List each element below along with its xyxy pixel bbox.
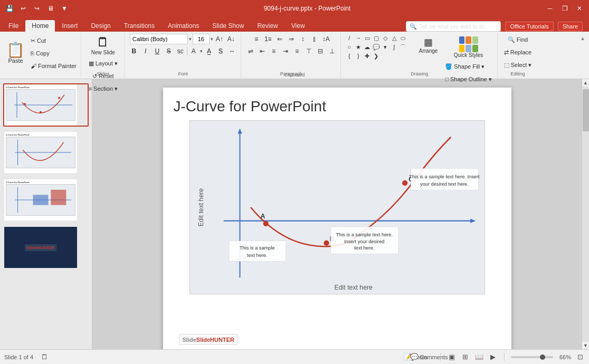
decrease-indent-button[interactable]: ⇐ — [274, 34, 285, 44]
chart-area[interactable]: Edit text here Edit text here A — [189, 120, 485, 294]
layout-button[interactable]: ▦ Layout ▾ — [87, 58, 120, 69]
arrange-button[interactable]: ▦ Arrange — [416, 35, 441, 55]
slide-thumb-3[interactable]: 3 J-Curve for PowerPoint — [3, 178, 89, 222]
align-bottom-button[interactable]: ⊥ — [327, 46, 337, 56]
shape-triangle[interactable]: △ — [390, 34, 398, 42]
decrease-font-icon[interactable]: A↓ — [226, 34, 236, 44]
shape-star[interactable]: ★ — [354, 43, 363, 51]
font-color-button[interactable]: A — [188, 46, 199, 56]
right-scrollbar[interactable]: ▲ ▼ — [582, 79, 589, 349]
justify-button[interactable]: ≡ — [292, 46, 302, 56]
shape-curve[interactable]: ∫ — [390, 43, 398, 51]
scroll-thumb[interactable] — [583, 89, 589, 131]
shape-cylinder[interactable]: ⬭ — [399, 34, 407, 42]
toolbar-icon[interactable]: 🖥 — [45, 3, 56, 14]
fit-slide-button[interactable]: ⊡ — [575, 352, 585, 362]
slide-title[interactable]: J-Curve for PowerPoint — [174, 98, 501, 115]
new-slide-button[interactable]: 🗒 New Slide — [88, 34, 118, 56]
font-size-input[interactable] — [193, 34, 210, 44]
align-top-button[interactable]: ⊤ — [303, 46, 314, 56]
align-left-button[interactable]: ⇤ — [257, 46, 268, 56]
tab-insert[interactable]: Insert — [55, 20, 84, 32]
dropdown-arrow-icon[interactable]: ▼ — [59, 3, 70, 14]
shape-cloud[interactable]: ☁ — [363, 43, 372, 51]
tab-slideshow[interactable]: Slide Show — [206, 20, 250, 32]
slide-notes-icon[interactable]: 🗒 — [40, 352, 49, 362]
reading-view-button[interactable]: 📖 — [474, 352, 484, 362]
comments-button[interactable]: 💬 Comments — [424, 352, 434, 362]
bullet-list-button[interactable]: ≡ — [251, 34, 262, 44]
small-caps-button[interactable]: sc — [175, 46, 186, 56]
font-size-arrow-icon[interactable]: ▾ — [211, 36, 213, 42]
shape-fill-button[interactable]: 🪣 Shape Fill ▾ — [443, 61, 493, 72]
zoom-slider[interactable] — [511, 356, 553, 358]
normal-view-button[interactable]: ▣ — [447, 352, 457, 362]
italic-button[interactable]: I — [140, 46, 151, 56]
minimize-button[interactable]: ─ — [545, 3, 555, 14]
shape-brace[interactable]: } — [354, 52, 363, 60]
tab-design[interactable]: Design — [84, 20, 117, 32]
increase-font-icon[interactable]: A↑ — [214, 34, 225, 44]
shape-callout[interactable]: 💬 — [372, 43, 381, 51]
slide-thumb-1[interactable]: 1 J-Curve for PowerPoint — [3, 83, 89, 127]
paste-button[interactable]: 📋 Paste — [4, 42, 27, 65]
shape-more[interactable]: ▾ — [381, 43, 390, 51]
cut-button[interactable]: ✂ Cut — [28, 35, 79, 46]
shape-arc[interactable]: ⌒ — [399, 43, 407, 51]
font-name-arrow-icon[interactable]: ▾ — [189, 36, 192, 42]
ribbon-expand-button[interactable]: ▲ — [578, 34, 587, 42]
slide-thumb-4[interactable]: 4 SlideHUNTER — [3, 226, 89, 269]
text-direction-button[interactable]: ↕A — [321, 34, 331, 44]
select-button[interactable]: ⬚ Select ▾ — [502, 59, 534, 71]
slideshow-button[interactable]: ▶ — [488, 352, 498, 362]
shape-chevron[interactable]: ❯ — [372, 52, 381, 60]
char-spacing-button[interactable]: ↔ — [227, 46, 238, 56]
tab-home[interactable]: Home — [25, 20, 55, 32]
redo-icon[interactable]: ↪ — [32, 3, 42, 14]
shape-circle[interactable]: ○ — [345, 43, 354, 51]
text-highlight-button[interactable]: A̲ — [204, 46, 214, 56]
scroll-track[interactable] — [582, 87, 590, 342]
shape-line[interactable]: / — [345, 34, 354, 42]
numbered-list-button[interactable]: 1≡ — [263, 34, 273, 44]
columns-button[interactable]: ⫿ — [309, 34, 320, 44]
font-color-arrow-icon[interactable]: ▾ — [200, 49, 203, 54]
section-button[interactable]: ≡ Section ▾ — [87, 83, 120, 94]
align-center-button[interactable]: ≡ — [269, 46, 279, 56]
shape-rounded[interactable]: ▢ — [372, 34, 381, 42]
format-painter-button[interactable]: 🖌 Format Painter — [28, 60, 79, 72]
bold-button[interactable]: B — [129, 46, 139, 56]
office-tutorials-button[interactable]: Office Tutorials — [505, 22, 553, 31]
find-button[interactable]: 🔍 Find — [506, 34, 530, 45]
search-box[interactable]: 🔍 Tell me what you want to do... — [406, 21, 501, 32]
strikethrough-button[interactable]: S — [164, 46, 174, 56]
align-right-button[interactable]: ⇥ — [280, 46, 291, 56]
undo-icon[interactable]: ↩ — [18, 3, 28, 14]
shape-rect[interactable]: ▭ — [363, 34, 372, 42]
font-name-input[interactable] — [130, 34, 188, 44]
close-button[interactable]: ✕ — [574, 3, 585, 14]
tab-review[interactable]: Review — [251, 20, 284, 32]
slide-sorter-button[interactable]: ⊞ — [461, 352, 470, 362]
tab-view[interactable]: View — [285, 20, 311, 32]
line-spacing-button[interactable]: ↕ — [298, 34, 308, 44]
slide-thumb-2[interactable]: 2 J-Curve for PowerPoint — [3, 131, 89, 174]
copy-button[interactable]: ⎘ Copy — [28, 47, 79, 59]
save-icon[interactable]: 💾 — [4, 3, 15, 14]
tab-animations[interactable]: Animations — [162, 20, 205, 32]
shape-diamond[interactable]: ◇ — [381, 34, 390, 42]
share-button[interactable]: Share — [558, 22, 583, 31]
tab-file[interactable]: File — [2, 20, 25, 32]
quick-styles-button[interactable]: Quick Styles — [443, 35, 493, 60]
underline-button[interactable]: U — [152, 46, 163, 56]
scroll-down-button[interactable]: ▼ — [582, 342, 590, 349]
scroll-up-button[interactable]: ▲ — [582, 79, 590, 87]
replace-button[interactable]: ⇄ Replace — [502, 46, 534, 58]
align-middle-button[interactable]: ⊟ — [315, 46, 326, 56]
zoom-thumb[interactable] — [540, 355, 545, 360]
increase-indent-button[interactable]: ⇒ — [286, 34, 297, 44]
shape-arrow[interactable]: → — [354, 34, 363, 42]
shadow-button[interactable]: S — [215, 46, 226, 56]
convert-smartart-button[interactable]: ⇌ — [245, 46, 256, 56]
tab-transitions[interactable]: Transitions — [118, 20, 161, 32]
